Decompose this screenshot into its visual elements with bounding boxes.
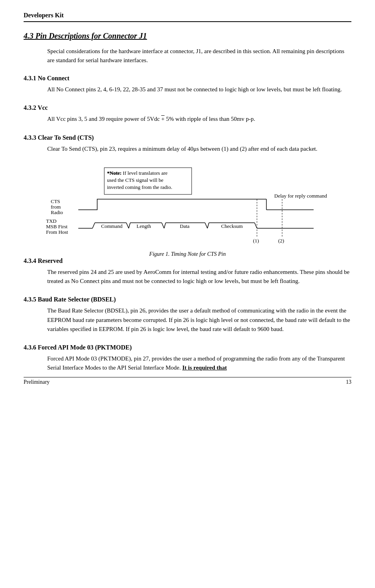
svg-text:(2): (2) bbox=[278, 238, 284, 244]
section-4-3-4: 4.3.4 Reserved The reserved pins 24 and … bbox=[24, 257, 351, 286]
page-footer: Preliminary 13 bbox=[24, 377, 351, 385]
svg-line-19 bbox=[129, 223, 130, 228]
svg-line-17 bbox=[126, 223, 129, 228]
subsection-body-4-3-6: Forced API Mode 03 (PKTMODE), pin 27, pr… bbox=[47, 354, 351, 373]
svg-line-27 bbox=[207, 223, 209, 228]
svg-text:from: from bbox=[51, 204, 61, 210]
subsection-title-4-3-4: 4.3.4 Reserved bbox=[24, 257, 351, 264]
subsection-body-4-3-4: The reserved pins 24 and 25 are used by … bbox=[47, 268, 351, 286]
svg-text:Checksum: Checksum bbox=[221, 223, 243, 229]
subsection-body-4-3-1: All No Connect pins 2, 4, 6-19, 22, 28-3… bbox=[47, 85, 351, 94]
svg-text:From Host: From Host bbox=[46, 229, 68, 235]
svg-text:Radio: Radio bbox=[51, 209, 63, 215]
svg-text:TXD: TXD bbox=[46, 218, 57, 224]
svg-text:MSB First: MSB First bbox=[46, 224, 68, 229]
section-4-3-6: 4.3.6 Forced API Mode 03 (PKTMODE) Force… bbox=[24, 344, 351, 373]
subsection-body-4-3-5: The Baud Rate Selector (BDSEL), pin 26, … bbox=[47, 306, 351, 334]
section-4-3-5: 4.3.5 Baud Rate Selector (BDSEL) The Bau… bbox=[24, 296, 351, 334]
subsection-title-4-3-2: 4.3.2 Vcc bbox=[24, 104, 351, 111]
subsection-title-4-3-5: 4.3.5 Baud Rate Selector (BDSEL) bbox=[24, 296, 351, 303]
section-intro: Special considerations for the hardware … bbox=[47, 47, 351, 65]
svg-text:(1): (1) bbox=[253, 238, 259, 244]
svg-text:Data: Data bbox=[180, 223, 190, 229]
subsection-title-4-3-6: 4.3.6 Forced API Mode 03 (PKTMODE) bbox=[24, 344, 351, 351]
svg-line-15 bbox=[92, 223, 95, 228]
subsection-title-4-3-1: 4.3.1 No Connect bbox=[24, 75, 351, 82]
subsection-body-4-3-3: Clear To Send (CTS), pin 23, requires a … bbox=[47, 144, 351, 153]
svg-text:Length: Length bbox=[137, 223, 151, 229]
subsection-body-4-3-2: All Vcc pins 3, 5 and 39 require power o… bbox=[47, 115, 351, 124]
header-title: Developers Kit bbox=[24, 12, 64, 19]
section-4-3-3: 4.3.3 Clear To Send (CTS) Clear To Send … bbox=[24, 134, 351, 247]
svg-text:CTS: CTS bbox=[51, 198, 60, 204]
page: Developers Kit 4.3 Pin Descriptions for … bbox=[0, 0, 375, 392]
svg-line-25 bbox=[205, 223, 207, 228]
cts-diagram: *Note: *Note: If level translators are u… bbox=[46, 165, 329, 247]
section-title-4-3: 4.3 Pin Descriptions for Connector J1 bbox=[24, 31, 351, 41]
svg-text:*Note:
           If level tra: *Note: If level translators are bbox=[107, 170, 168, 176]
svg-text:inverted coming from the radio: inverted coming from the radio. bbox=[107, 184, 172, 190]
svg-line-29 bbox=[255, 223, 257, 228]
section-4-3-1: 4.3.1 No Connect All No Connect pins 2, … bbox=[24, 75, 351, 94]
diagram-svg: *Note: *Note: If level translators are u… bbox=[46, 165, 329, 247]
footer-right: 13 bbox=[346, 379, 351, 385]
svg-text:used the CTS signal will be: used the CTS signal will be bbox=[107, 177, 164, 183]
section-4-3: 4.3 Pin Descriptions for Connector J1 Sp… bbox=[24, 31, 351, 65]
section-4-3-2: 4.3.2 Vcc All Vcc pins 3, 5 and 39 requi… bbox=[24, 104, 351, 124]
svg-line-21 bbox=[162, 223, 164, 228]
svg-line-23 bbox=[164, 223, 166, 228]
svg-text:Command: Command bbox=[101, 223, 123, 229]
svg-text:Delay for reply command: Delay for reply command bbox=[274, 193, 327, 199]
figure-caption: Figure 1. Timing Note for CTS Pin bbox=[46, 251, 329, 257]
footer-left: Preliminary bbox=[24, 379, 50, 385]
page-header: Developers Kit bbox=[24, 12, 351, 22]
subsection-title-4-3-3: 4.3.3 Clear To Send (CTS) bbox=[24, 134, 351, 141]
